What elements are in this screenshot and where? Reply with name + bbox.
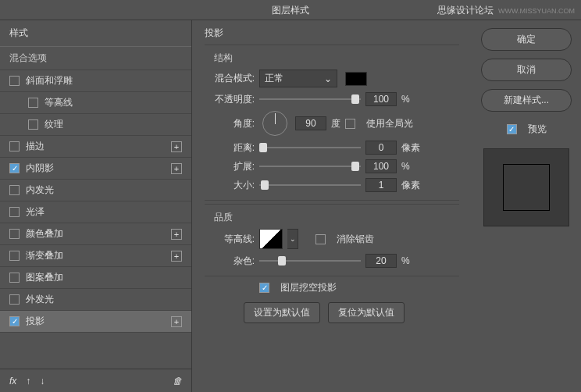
distance-slider[interactable]: [259, 142, 361, 153]
cancel-button[interactable]: 取消: [481, 59, 572, 81]
style-item-8[interactable]: 渐变叠加+: [0, 245, 191, 267]
contour-picker[interactable]: [259, 229, 283, 249]
style-item-2[interactable]: 纹理: [0, 114, 191, 136]
arrow-up-icon[interactable]: ↑: [26, 376, 30, 387]
style-item-0[interactable]: 斜面和浮雕: [0, 70, 191, 92]
style-label: 外发光: [26, 293, 54, 306]
noise-label: 杂色:: [205, 255, 255, 268]
fx-icon[interactable]: fx: [9, 376, 16, 387]
set-default-button[interactable]: 设置为默认值: [244, 302, 320, 323]
ok-button[interactable]: 确定: [481, 28, 572, 51]
spread-value[interactable]: 100: [365, 159, 397, 173]
preview-box: [483, 148, 569, 226]
style-label: 内发光: [26, 184, 54, 197]
style-item-10[interactable]: 外发光: [0, 289, 191, 311]
spread-slider[interactable]: [259, 161, 361, 172]
watermark: 思缘设计论坛WWW.MISSYUAN.COM: [437, 0, 575, 21]
style-label: 等高线: [45, 96, 73, 109]
style-checkbox[interactable]: [28, 119, 38, 130]
blend-mode-select[interactable]: 正常⌄: [259, 69, 337, 87]
structure-header: 结构: [214, 52, 459, 65]
style-checkbox[interactable]: [9, 76, 20, 86]
size-value[interactable]: 1: [365, 178, 397, 192]
style-checkbox[interactable]: [9, 251, 20, 261]
blend-mode-label: 混合模式:: [205, 72, 255, 85]
settings-panel: 投影 结构 混合模式: 正常⌄ 不透明度: 100 % 角度: 90 度 使用全…: [192, 20, 472, 392]
style-item-1[interactable]: 等高线: [0, 92, 191, 114]
opacity-slider[interactable]: [259, 94, 361, 105]
knockout-label: 图层挖空投影: [280, 281, 337, 294]
styles-sidebar: 样式 混合选项 斜面和浮雕等高线纹理描边+内阴影+内发光光泽颜色叠加+渐变叠加+…: [0, 20, 192, 392]
add-icon[interactable]: +: [171, 251, 182, 262]
style-checkbox[interactable]: [9, 273, 20, 283]
trash-icon[interactable]: 🗑: [173, 376, 182, 387]
style-item-9[interactable]: 图案叠加: [0, 267, 191, 289]
noise-slider[interactable]: [259, 255, 361, 266]
spread-label: 扩展:: [205, 160, 255, 173]
right-panel: 确定 取消 新建样式... 预览: [472, 20, 581, 392]
dialog-title: 图层样式: [272, 5, 309, 16]
panel-title: 投影: [205, 27, 459, 40]
style-item-11[interactable]: 投影+: [0, 311, 191, 333]
opacity-value[interactable]: 100: [365, 92, 397, 106]
opacity-label: 不透明度:: [205, 93, 255, 106]
add-icon[interactable]: +: [171, 163, 182, 174]
style-checkbox[interactable]: [9, 229, 20, 239]
reset-default-button[interactable]: 复位为默认值: [328, 302, 405, 323]
add-icon[interactable]: +: [171, 141, 182, 152]
sidebar-footer: fx ↑ ↓ 🗑: [0, 369, 191, 392]
global-light-checkbox[interactable]: [345, 119, 355, 129]
style-item-7[interactable]: 颜色叠加+: [0, 223, 191, 245]
style-list: 斜面和浮雕等高线纹理描边+内阴影+内发光光泽颜色叠加+渐变叠加+图案叠加外发光投…: [0, 70, 191, 369]
contour-dropdown[interactable]: ⌄: [287, 229, 298, 249]
arrow-down-icon[interactable]: ↓: [40, 376, 45, 387]
style-item-3[interactable]: 描边+: [0, 136, 191, 158]
size-slider[interactable]: [259, 180, 361, 191]
chevron-down-icon: ⌄: [324, 73, 332, 84]
preview-checkbox[interactable]: [507, 124, 517, 134]
global-light-label: 使用全局光: [366, 117, 413, 130]
style-label: 光泽: [26, 205, 45, 219]
angle-label: 角度:: [205, 117, 255, 130]
size-label: 大小:: [205, 179, 255, 192]
color-swatch[interactable]: [345, 72, 367, 86]
angle-dial[interactable]: [262, 111, 287, 136]
style-checkbox[interactable]: [9, 163, 20, 173]
preview-swatch: [503, 164, 550, 211]
new-style-button[interactable]: 新建样式...: [481, 89, 572, 112]
style-label: 斜面和浮雕: [26, 74, 73, 87]
title-bar: 图层样式 思缘设计论坛WWW.MISSYUAN.COM: [0, 0, 581, 20]
quality-header: 品质: [214, 211, 459, 224]
style-label: 纹理: [45, 118, 63, 131]
style-label: 颜色叠加: [26, 227, 63, 241]
style-checkbox[interactable]: [9, 141, 20, 151]
style-checkbox[interactable]: [9, 207, 20, 217]
angle-value[interactable]: 90: [295, 116, 326, 130]
distance-label: 距离:: [205, 141, 255, 155]
style-item-5[interactable]: 内发光: [0, 180, 191, 201]
style-item-6[interactable]: 光泽: [0, 201, 191, 223]
add-icon[interactable]: +: [171, 229, 182, 240]
antialias-checkbox[interactable]: [315, 234, 326, 244]
noise-value[interactable]: 20: [365, 254, 397, 268]
sidebar-header: 样式: [0, 20, 191, 47]
add-icon[interactable]: +: [171, 316, 182, 327]
style-checkbox[interactable]: [9, 185, 20, 195]
style-label: 投影: [26, 315, 45, 328]
style-label: 渐变叠加: [26, 249, 63, 262]
style-checkbox[interactable]: [28, 98, 38, 108]
contour-label: 等高线:: [205, 233, 255, 246]
antialias-label: 消除锯齿: [337, 233, 374, 246]
style-label: 图案叠加: [26, 271, 63, 284]
blend-options[interactable]: 混合选项: [0, 47, 191, 70]
style-label: 内阴影: [26, 162, 54, 175]
distance-value[interactable]: 0: [365, 141, 397, 155]
preview-label: 预览: [528, 123, 547, 136]
knockout-checkbox[interactable]: [259, 283, 269, 293]
style-label: 描边: [26, 140, 45, 153]
style-checkbox[interactable]: [9, 316, 20, 326]
style-checkbox[interactable]: [9, 294, 20, 305]
style-item-4[interactable]: 内阴影+: [0, 158, 191, 180]
